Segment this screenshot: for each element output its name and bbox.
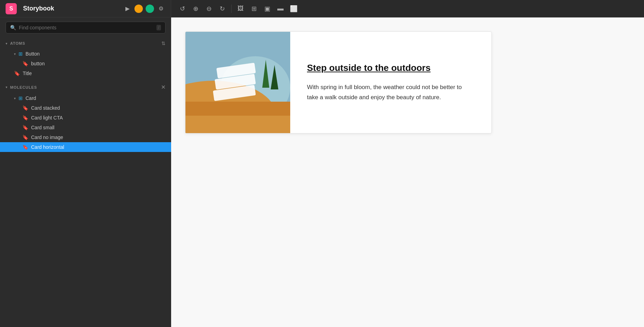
- button-story-bookmark-icon: 🔖: [22, 61, 28, 66]
- card-horizontal-icon: 🔖: [22, 144, 28, 150]
- logo-letter: S: [9, 6, 13, 12]
- zoom-out-icon[interactable]: ⊖: [203, 3, 214, 14]
- refresh-icon[interactable]: ↺: [177, 3, 188, 14]
- sidebar-item-card-small[interactable]: 🔖 Card small: [0, 123, 171, 132]
- atoms-sort-icon[interactable]: ⇅: [161, 41, 166, 46]
- card-light-cta-label: Card light CTA: [31, 115, 63, 121]
- header-icons: ▶ ⚙: [123, 5, 165, 13]
- content-area: Step outside to the outdoors With spring…: [171, 17, 644, 327]
- main-layout: 🔍 / ▾ ATOMS ⇅ ▾ ⊞ Button: [0, 17, 644, 327]
- card-stacked-label: Card stacked: [31, 105, 60, 111]
- section-atoms[interactable]: ▾ ATOMS ⇅: [0, 38, 171, 49]
- molecules-chevron-icon: ▾: [6, 85, 7, 89]
- sidebar-item-card[interactable]: ▾ ⊞ Card: [0, 93, 171, 103]
- molecules-label: MOLECULES: [10, 85, 37, 89]
- zoom-in-icon[interactable]: ⊕: [190, 3, 201, 14]
- card-small-icon: 🔖: [22, 125, 28, 130]
- panel-view-icon[interactable]: ▣: [262, 3, 273, 14]
- card-no-image-label: Card no image: [31, 135, 63, 140]
- title-bookmark-icon: 🔖: [14, 71, 20, 76]
- sidebar-item-button-story[interactable]: 🔖 button: [0, 59, 171, 68]
- atoms-chevron-icon: ▾: [6, 42, 7, 45]
- content-toolbar: ↺ ⊕ ⊖ ↻ 🖼 ⊞ ▣ ▬ ⬜: [171, 0, 644, 17]
- reset-zoom-icon[interactable]: ↻: [217, 3, 228, 14]
- button-label: Button: [25, 51, 39, 57]
- section-atoms-left: ▾ ATOMS: [6, 41, 25, 45]
- title-label: Title: [23, 71, 32, 76]
- sidebar-item-card-horizontal[interactable]: 🔖 Card horizontal: [0, 142, 171, 152]
- card-horizontal-label: Card horizontal: [31, 144, 64, 150]
- search-input[interactable]: [19, 25, 154, 30]
- section-molecules[interactable]: ▾ MOLECULES ✕: [0, 81, 171, 93]
- svg-rect-4: [185, 116, 290, 133]
- card-chevron-icon: ▾: [14, 96, 16, 100]
- card-light-cta-icon: 🔖: [22, 115, 28, 121]
- card-content: Step outside to the outdoors With spring…: [290, 32, 491, 133]
- card-horizontal-preview: Step outside to the outdoors With spring…: [185, 31, 492, 133]
- sidebar-item-button[interactable]: ▾ ⊞ Button: [0, 49, 171, 59]
- image-view-icon[interactable]: 🖼: [235, 3, 246, 14]
- search-shortcut: /: [156, 25, 161, 30]
- button-story-label: button: [31, 61, 45, 66]
- card-small-label: Card small: [31, 125, 54, 130]
- gear-icon[interactable]: ⚙: [157, 5, 165, 13]
- card-illustration-svg: [185, 32, 290, 133]
- card-no-image-icon: 🔖: [22, 135, 28, 140]
- atoms-label: ATOMS: [10, 41, 25, 45]
- card-image: [185, 32, 290, 133]
- sidebar-item-card-no-image[interactable]: 🔖 Card no image: [0, 132, 171, 142]
- search-icon: 🔍: [10, 25, 16, 30]
- search-bar[interactable]: 🔍 /: [6, 22, 166, 34]
- grid-view-icon[interactable]: ⊞: [248, 3, 259, 14]
- preview-area: Step outside to the outdoors With spring…: [171, 17, 644, 327]
- sidebar-item-card-stacked[interactable]: 🔖 Card stacked: [0, 103, 171, 113]
- sidebar-item-card-light-cta[interactable]: 🔖 Card light CTA: [0, 113, 171, 123]
- sidebar-item-title[interactable]: 🔖 Title: [0, 68, 171, 78]
- top-toolbar-wrapper: S Storybook ▶ ⚙ ↺ ⊕ ⊖ ↻ 🖼 ⊞ ▣ ▬ ⬜: [0, 0, 644, 17]
- frame-view-icon[interactable]: ⬜: [288, 3, 299, 14]
- molecules-close-icon[interactable]: ✕: [161, 84, 166, 90]
- status-dot-orange: [134, 5, 143, 13]
- storybook-logo: S: [6, 3, 17, 14]
- play-button[interactable]: ▶: [123, 5, 132, 13]
- card-title: Step outside to the outdoors: [307, 62, 475, 74]
- sidebar-top-bar: S Storybook ▶ ⚙: [0, 0, 171, 17]
- sidebar: 🔍 / ▾ ATOMS ⇅ ▾ ⊞ Button: [0, 17, 171, 327]
- button-chevron-icon: ▾: [14, 52, 16, 56]
- card-component-icon: ⊞: [19, 95, 23, 101]
- nav-tree: ▾ ATOMS ⇅ ▾ ⊞ Button 🔖 button 🔖: [0, 38, 171, 327]
- button-component-icon: ⊞: [19, 51, 23, 57]
- storybook-title: Storybook: [23, 5, 120, 12]
- card-label: Card: [25, 95, 36, 101]
- section-molecules-left: ▾ MOLECULES: [6, 85, 37, 89]
- card-stacked-icon: 🔖: [22, 105, 28, 111]
- toolbar-divider-1: [231, 5, 232, 13]
- card-body: With spring in full bloom, the weather c…: [307, 82, 475, 103]
- status-dot-green: [146, 5, 154, 13]
- wide-view-icon[interactable]: ▬: [275, 3, 286, 14]
